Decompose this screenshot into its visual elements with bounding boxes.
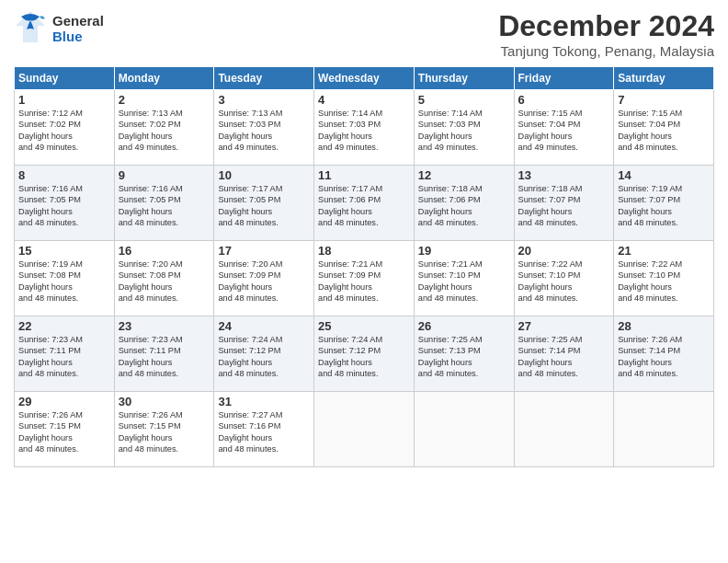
day-info: Sunrise: 7:13 AM Sunset: 7:02 PM Dayligh… <box>119 108 210 154</box>
calendar-cell: 6 Sunrise: 7:15 AM Sunset: 7:04 PM Dayli… <box>514 90 614 166</box>
calendar-cell: 17 Sunrise: 7:20 AM Sunset: 7:09 PM Dayl… <box>214 241 314 316</box>
day-number: 10 <box>218 168 310 182</box>
calendar-cell: 12 Sunrise: 7:18 AM Sunset: 7:06 PM Dayl… <box>414 166 514 241</box>
day-number: 16 <box>119 244 210 258</box>
calendar-cell <box>314 392 415 467</box>
day-number: 31 <box>218 395 310 408</box>
day-number: 2 <box>119 93 210 107</box>
day-number: 19 <box>418 244 510 258</box>
day-number: 28 <box>618 319 710 333</box>
day-info: Sunrise: 7:26 AM Sunset: 7:15 PM Dayligh… <box>18 409 110 455</box>
day-info: Sunrise: 7:17 AM Sunset: 7:05 PM Dayligh… <box>218 183 310 229</box>
day-number: 24 <box>218 319 310 333</box>
day-number: 15 <box>18 244 110 258</box>
calendar-cell: 1 Sunrise: 7:12 AM Sunset: 7:02 PM Dayli… <box>15 90 115 166</box>
day-number: 20 <box>518 244 610 258</box>
calendar-cell: 26 Sunrise: 7:25 AM Sunset: 7:13 PM Dayl… <box>414 316 514 392</box>
calendar-cell: 3 Sunrise: 7:13 AM Sunset: 7:03 PM Dayli… <box>214 90 314 166</box>
day-number: 29 <box>18 395 110 408</box>
day-info: Sunrise: 7:21 AM Sunset: 7:10 PM Dayligh… <box>418 259 510 304</box>
header: General Blue December 2024 Tanjung Tokon… <box>14 9 714 59</box>
day-info: Sunrise: 7:18 AM Sunset: 7:06 PM Dayligh… <box>418 183 510 229</box>
day-number: 7 <box>618 93 710 107</box>
day-number: 6 <box>518 93 610 107</box>
calendar-cell: 23 Sunrise: 7:23 AM Sunset: 7:11 PM Dayl… <box>114 316 214 392</box>
day-number: 3 <box>218 93 310 107</box>
calendar-cell <box>614 392 714 467</box>
day-info: Sunrise: 7:16 AM Sunset: 7:05 PM Dayligh… <box>119 183 210 229</box>
title-section: December 2024 Tanjung Tokong, Penang, Ma… <box>498 9 714 59</box>
calendar-cell: 24 Sunrise: 7:24 AM Sunset: 7:12 PM Dayl… <box>214 316 314 392</box>
day-info: Sunrise: 7:14 AM Sunset: 7:03 PM Dayligh… <box>418 108 510 154</box>
day-info: Sunrise: 7:21 AM Sunset: 7:09 PM Dayligh… <box>318 259 410 304</box>
day-number: 21 <box>618 244 710 258</box>
col-wednesday: Wednesday <box>314 67 415 90</box>
calendar-cell: 27 Sunrise: 7:25 AM Sunset: 7:14 PM Dayl… <box>514 316 614 392</box>
day-info: Sunrise: 7:26 AM Sunset: 7:15 PM Dayligh… <box>119 409 210 455</box>
day-number: 1 <box>18 93 110 107</box>
day-number: 25 <box>318 319 410 333</box>
day-number: 22 <box>18 319 110 333</box>
day-info: Sunrise: 7:23 AM Sunset: 7:11 PM Dayligh… <box>18 334 110 380</box>
day-info: Sunrise: 7:16 AM Sunset: 7:05 PM Dayligh… <box>18 183 110 229</box>
day-info: Sunrise: 7:18 AM Sunset: 7:07 PM Dayligh… <box>518 183 610 229</box>
day-number: 4 <box>318 93 410 107</box>
subtitle: Tanjung Tokong, Penang, Malaysia <box>498 43 714 59</box>
calendar-cell: 14 Sunrise: 7:19 AM Sunset: 7:07 PM Dayl… <box>614 166 714 241</box>
day-number: 14 <box>618 168 710 182</box>
day-number: 13 <box>518 168 610 182</box>
calendar-cell: 5 Sunrise: 7:14 AM Sunset: 7:03 PM Dayli… <box>414 90 514 166</box>
logo: General Blue <box>14 9 104 48</box>
calendar-cell: 22 Sunrise: 7:23 AM Sunset: 7:11 PM Dayl… <box>15 316 115 392</box>
day-info: Sunrise: 7:27 AM Sunset: 7:16 PM Dayligh… <box>218 409 310 455</box>
calendar-cell: 20 Sunrise: 7:22 AM Sunset: 7:10 PM Dayl… <box>514 241 614 316</box>
calendar-week-row: 15 Sunrise: 7:19 AM Sunset: 7:08 PM Dayl… <box>15 241 714 316</box>
day-info: Sunrise: 7:26 AM Sunset: 7:14 PM Dayligh… <box>618 334 710 380</box>
calendar-cell: 31 Sunrise: 7:27 AM Sunset: 7:16 PM Dayl… <box>214 392 314 467</box>
calendar-cell: 4 Sunrise: 7:14 AM Sunset: 7:03 PM Dayli… <box>314 90 415 166</box>
day-info: Sunrise: 7:22 AM Sunset: 7:10 PM Dayligh… <box>618 259 710 304</box>
calendar-cell: 7 Sunrise: 7:15 AM Sunset: 7:04 PM Dayli… <box>614 90 714 166</box>
day-number: 18 <box>318 244 410 258</box>
day-info: Sunrise: 7:19 AM Sunset: 7:07 PM Dayligh… <box>618 183 710 229</box>
day-info: Sunrise: 7:14 AM Sunset: 7:03 PM Dayligh… <box>318 108 410 154</box>
day-info: Sunrise: 7:19 AM Sunset: 7:08 PM Dayligh… <box>18 259 110 304</box>
calendar-cell <box>514 392 614 467</box>
day-number: 30 <box>119 395 210 408</box>
calendar-cell: 15 Sunrise: 7:19 AM Sunset: 7:08 PM Dayl… <box>15 241 115 316</box>
calendar-cell: 30 Sunrise: 7:26 AM Sunset: 7:15 PM Dayl… <box>114 392 214 467</box>
calendar-cell: 2 Sunrise: 7:13 AM Sunset: 7:02 PM Dayli… <box>114 90 214 166</box>
calendar-cell: 10 Sunrise: 7:17 AM Sunset: 7:05 PM Dayl… <box>214 166 314 241</box>
day-info: Sunrise: 7:25 AM Sunset: 7:13 PM Dayligh… <box>418 334 510 380</box>
col-friday: Friday <box>514 67 614 90</box>
calendar-header-row: Sunday Monday Tuesday Wednesday Thursday… <box>15 67 714 90</box>
day-number: 11 <box>318 168 410 182</box>
calendar-cell: 16 Sunrise: 7:20 AM Sunset: 7:08 PM Dayl… <box>114 241 214 316</box>
calendar-cell: 13 Sunrise: 7:18 AM Sunset: 7:07 PM Dayl… <box>514 166 614 241</box>
calendar-cell: 9 Sunrise: 7:16 AM Sunset: 7:05 PM Dayli… <box>114 166 214 241</box>
day-number: 26 <box>418 319 510 333</box>
col-saturday: Saturday <box>614 67 714 90</box>
calendar-cell <box>414 392 514 467</box>
day-number: 27 <box>518 319 610 333</box>
main-title: December 2024 <box>498 9 714 43</box>
logo-text: General Blue <box>52 13 104 44</box>
day-info: Sunrise: 7:12 AM Sunset: 7:02 PM Dayligh… <box>18 108 110 154</box>
day-info: Sunrise: 7:23 AM Sunset: 7:11 PM Dayligh… <box>119 334 210 380</box>
day-number: 8 <box>18 168 110 182</box>
calendar-cell: 11 Sunrise: 7:17 AM Sunset: 7:06 PM Dayl… <box>314 166 415 241</box>
day-number: 17 <box>218 244 310 258</box>
day-info: Sunrise: 7:25 AM Sunset: 7:14 PM Dayligh… <box>518 334 610 380</box>
calendar-cell: 29 Sunrise: 7:26 AM Sunset: 7:15 PM Dayl… <box>15 392 115 467</box>
col-thursday: Thursday <box>414 67 514 90</box>
day-info: Sunrise: 7:20 AM Sunset: 7:09 PM Dayligh… <box>218 259 310 304</box>
calendar-cell: 25 Sunrise: 7:24 AM Sunset: 7:12 PM Dayl… <box>314 316 415 392</box>
calendar-table: Sunday Monday Tuesday Wednesday Thursday… <box>14 66 714 467</box>
day-info: Sunrise: 7:15 AM Sunset: 7:04 PM Dayligh… <box>518 108 610 154</box>
day-info: Sunrise: 7:24 AM Sunset: 7:12 PM Dayligh… <box>318 334 410 380</box>
calendar-cell: 19 Sunrise: 7:21 AM Sunset: 7:10 PM Dayl… <box>414 241 514 316</box>
day-info: Sunrise: 7:17 AM Sunset: 7:06 PM Dayligh… <box>318 183 410 229</box>
calendar-cell: 21 Sunrise: 7:22 AM Sunset: 7:10 PM Dayl… <box>614 241 714 316</box>
calendar-week-row: 8 Sunrise: 7:16 AM Sunset: 7:05 PM Dayli… <box>15 166 714 241</box>
col-sunday: Sunday <box>15 67 115 90</box>
